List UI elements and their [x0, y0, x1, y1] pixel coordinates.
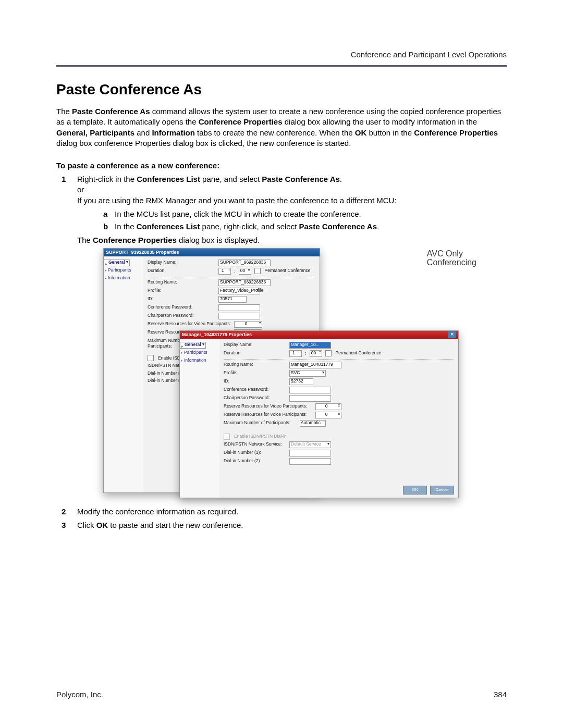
paste-conf-bold-2: Paste Conference As — [299, 222, 377, 231]
id-input[interactable]: 70571 — [218, 296, 247, 303]
conf-list-bold: Conferences List — [137, 175, 200, 183]
text: Click — [77, 521, 96, 529]
id-input[interactable]: 52732 — [289, 378, 313, 385]
text: . — [377, 222, 379, 231]
text: Right-click in the — [77, 175, 137, 183]
letter-b: b — [103, 221, 108, 232]
dialog-title-text: Manager_104831779 Properties — [182, 331, 252, 338]
routing-name-input[interactable]: SUPPORT_969226836 — [218, 279, 271, 286]
duration-hours-spin[interactable]: 1 — [218, 268, 231, 275]
dialog-button-bar: OK Cancel — [403, 486, 454, 495]
chair-password-input[interactable] — [218, 313, 260, 319]
chair-password-input[interactable] — [289, 395, 331, 402]
conf-password-input[interactable] — [218, 304, 260, 311]
permanent-conf-checkbox[interactable] — [254, 268, 261, 274]
label-dial1: Dial-in Number (1): — [224, 450, 286, 455]
conf-props-bold: Conference Properties — [93, 236, 177, 244]
cmd-name: Paste Conference As — [72, 107, 150, 116]
routing-name-input[interactable]: Manager_104831779 — [289, 362, 341, 368]
label-profile: Profile: — [148, 288, 215, 293]
substep-a: aIn the MCUs list pane, click the MCU in… — [103, 209, 507, 219]
text: pane, right-click, and select — [200, 222, 299, 231]
display-name-input[interactable]: Manager_10... — [289, 342, 331, 349]
duration-hours-spin[interactable]: 1 — [289, 350, 302, 357]
label-reserve-video: Reserve Resources for Video Participants… — [148, 321, 231, 327]
ok-bold: OK — [355, 128, 367, 137]
step-1: 1 Right-click in the Conferences List pa… — [71, 174, 507, 502]
dialog-title-bar[interactable]: SUPPORT_939228835 Properties — [104, 249, 320, 256]
text: AVC Only — [427, 249, 463, 258]
reserve-video-spin[interactable]: 0 — [234, 321, 262, 328]
label-max-part: Maximum Number of Participants: — [224, 420, 297, 426]
permanent-conf-checkbox[interactable] — [325, 350, 332, 356]
step-number: 3 — [62, 520, 66, 530]
reserve-video-spin[interactable]: 0 — [315, 403, 341, 410]
step-3: 3 Click OK to paste and start the new co… — [71, 520, 507, 530]
text: Modify the conference information as req… — [77, 507, 238, 516]
tab-information[interactable]: Information — [180, 356, 219, 364]
close-icon[interactable]: ✕ — [448, 331, 456, 338]
page-footer: Polycom, Inc. 384 — [56, 690, 507, 699]
isdn-service-select[interactable]: Default Service — [289, 441, 331, 448]
enable-isdn-checkbox[interactable] — [148, 355, 154, 361]
label-routing-name: Routing Name: — [224, 362, 286, 367]
duration-minutes-spin[interactable]: 00 — [310, 350, 322, 357]
label-id: ID: — [224, 378, 286, 384]
tab-list: General Participants Information — [180, 339, 219, 498]
substeps: aIn the MCUs list pane, click the MCU in… — [82, 209, 507, 232]
label-reserve-voice: Reserve Resources for Voice Participants… — [224, 412, 312, 417]
permanent-conf-label: Permanent Conference — [265, 268, 311, 274]
label-display-name: Display Name: — [148, 260, 215, 265]
profile-select[interactable]: Factory_Video_Profile — [218, 288, 260, 294]
dialog-title-text: SUPPORT_939228835 Properties — [106, 249, 179, 255]
text: Conferencing — [427, 258, 476, 267]
text: tabs to create the new conference. When … — [195, 128, 355, 137]
tab-participants[interactable]: Participants — [104, 266, 143, 274]
ok-button[interactable]: OK — [403, 486, 427, 495]
header-rule — [56, 65, 507, 67]
label-duration: Duration: — [148, 268, 215, 274]
dial2-input[interactable] — [289, 458, 331, 465]
cancel-button[interactable]: Cancel — [430, 486, 454, 495]
screenshot-figure: AVC Only Conferencing SVC Only Conferenc… — [103, 248, 473, 502]
label-dial2: Dial-in Number (2): — [224, 458, 286, 464]
procedure-subhead: To paste a conference as a new conferenc… — [56, 161, 507, 170]
text: dialog box is displayed. — [177, 236, 260, 244]
conf-password-input[interactable] — [289, 387, 331, 393]
footer-page-number: 384 — [494, 690, 507, 699]
text: dialog box allowing the user to modify i… — [283, 117, 478, 126]
tab-participants[interactable]: Participants — [180, 349, 219, 356]
substep-b: bIn the Conferences List pane, right-cli… — [103, 221, 507, 232]
intro-paragraph: The Paste Conference As command allows t… — [56, 106, 507, 149]
label-profile: Profile: — [224, 370, 286, 376]
text: to paste and start the new conference. — [108, 521, 243, 529]
permanent-conf-label: Permanent Conference — [336, 350, 382, 356]
label-reserve-video: Reserve Resources for Video Participants… — [224, 403, 312, 409]
label-display-name: Display Name: — [224, 342, 286, 348]
tab-general[interactable]: General — [104, 260, 130, 266]
max-part-spin[interactable]: Automatic — [300, 420, 326, 427]
profile-select[interactable]: SVC — [289, 370, 326, 377]
enable-isdn-label: Enable ISDN/PSTN Dial-in — [234, 434, 287, 439]
procedure-steps: 1 Right-click in the Conferences List pa… — [56, 174, 507, 530]
label-duration: Duration: — [224, 350, 286, 356]
tab-list: General Participants Information — [104, 256, 143, 492]
tab-general[interactable]: General — [180, 342, 206, 349]
text: dialog box conference Properties dialog … — [56, 139, 351, 147]
letter-a: a — [103, 209, 107, 219]
tab-information[interactable]: Information — [104, 274, 143, 282]
ok-bold-step3: OK — [96, 521, 108, 529]
display-name-input[interactable]: SUPPORT_969226836 — [218, 260, 271, 266]
text: button in the — [366, 128, 414, 137]
dialog-title-bar[interactable]: Manager_104831779 Properties ✕ — [180, 331, 458, 339]
dial1-input[interactable] — [289, 450, 331, 456]
text: and — [134, 128, 152, 137]
text: pane, and select — [200, 175, 262, 183]
text: . — [340, 175, 342, 183]
text: In the — [115, 222, 137, 231]
duration-minutes-spin[interactable]: 00 — [239, 268, 251, 275]
reserve-voice-spin[interactable]: 0 — [315, 412, 341, 418]
footer-company: Polycom, Inc. — [56, 690, 103, 699]
step-number: 2 — [62, 507, 66, 517]
tab-info: Information — [152, 128, 195, 137]
